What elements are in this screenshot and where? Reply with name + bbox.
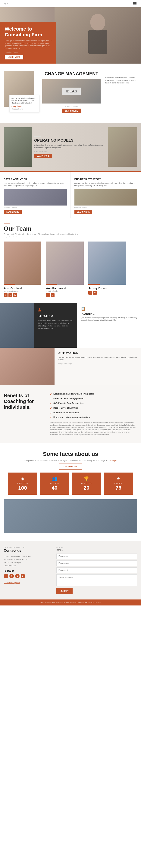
fact-label-clients: CLIENTS <box>43 482 66 484</box>
follow-youtube-icon[interactable]: ▶ <box>21 574 25 578</box>
change-right-col: Sample text. Click to select the text bo… <box>105 71 137 84</box>
link-us-label: LINK US <box>56 546 137 548</box>
planning-title: PLANNING <box>81 312 137 315</box>
fact-card-projects: ◈ PROJECTS 100 <box>8 472 37 495</box>
operating-cta-button[interactable]: LEARN MORE <box>34 154 52 158</box>
automation-text: Sed blandit libero volutpat sed cras orn… <box>58 356 137 361</box>
benefit-item-0: ✓ Establish and act toward achieving goa… <box>50 393 137 396</box>
fact-label-projects: PROJECTS <box>11 482 34 484</box>
benefit-item-2: ✓ Safe Place to Gain Perspective <box>50 402 137 405</box>
benefit-text-4: Build Personal Awareness <box>53 411 79 414</box>
change-quote-role: Creative leader <box>11 108 23 110</box>
facts-stats-grid: ◈ PROJECTS 100 👥 CLIENTS 40 🏆 OUR TEAM 2… <box>4 472 137 495</box>
form-phone-input[interactable] <box>56 560 137 566</box>
business-strategy-image <box>74 189 137 206</box>
ann-social: f t <box>46 293 86 297</box>
change-left-col: Sample text. Click to select the text bo… <box>4 71 38 107</box>
operating-section: OPERATING MODELS Quis nos iure dolor in … <box>0 123 141 172</box>
ideas-label: IDEAS <box>62 88 80 95</box>
benefits-section: Benefits of Coaching for Individuals. ✓ … <box>0 385 141 443</box>
change-center-col: CHANGE MANAGEMENT IDEAS Images by Freepi… <box>41 71 102 113</box>
business-strategy-credit: Image from Freepik <box>74 207 137 208</box>
fact-card-awards: ★ AWARDS 76 <box>104 472 133 495</box>
benefit-item-5: ✓ Boost your networking opportunities. <box>50 416 137 419</box>
automation-img-credit: Images from Freepik <box>58 363 137 365</box>
ann-name: Ann Richmond <box>46 286 86 290</box>
jeffrey-name: Jeffrey Brown <box>88 286 128 290</box>
benefit-check-0: ✓ <box>50 393 52 396</box>
planning-icon: 📋 <box>81 306 137 311</box>
change-cta-button[interactable]: LEARN MORE <box>62 108 81 113</box>
contact-section: JOIN OUR NEWSLETTER Contact us 1246 SE 5… <box>0 540 141 599</box>
contact-phone: 1-800-000-0000 <box>4 565 51 567</box>
data-analytics-col: DATA & ANALYTICS Quis nos iure dolor in … <box>0 172 71 218</box>
privacy-policy-link[interactable]: ©2021 Privacy policy <box>4 582 20 584</box>
benefit-check-4: ✓ <box>50 411 52 414</box>
strategy-left-image <box>0 303 34 348</box>
form-message-input[interactable] <box>56 575 137 586</box>
benefit-text-2: Safe Place to Gain Perspective <box>53 402 84 404</box>
operating-left-image <box>4 127 32 167</box>
alex-social: f t in <box>4 293 43 297</box>
data-business-section: DATA & ANALYTICS Quis nos iure dolor in … <box>0 172 141 218</box>
team-section: Our Team Sample text. Click to select th… <box>0 218 141 303</box>
fact-label-awards: AWARDS <box>107 482 130 484</box>
hero-title: Welcome to Consulting Firm <box>5 26 52 38</box>
operating-title: OPERATING MODELS <box>34 138 106 143</box>
follow-instagram-icon[interactable]: ▣ <box>15 574 20 578</box>
change-quote-name: - Meg Smith <box>11 105 22 107</box>
data-analytics-title: DATA & ANALYTICS <box>4 176 27 181</box>
team-divider <box>4 223 10 224</box>
facts-img-credit: Freepik <box>110 460 117 462</box>
benefits-desc: Sed blandit libero volutpat sed cras orn… <box>50 422 137 436</box>
change-right-text: Sample text. Click to select the text bo… <box>105 77 137 84</box>
business-strategy-title: BUSINESS STRATEGY <box>74 176 101 181</box>
follow-icons-row: f t ▣ ▶ <box>4 574 51 578</box>
follow-twitter-icon[interactable]: t <box>9 574 14 578</box>
facts-section: Some facts about us Sample text. Click t… <box>0 443 141 540</box>
benefit-text-0: Establish and act toward achieving goals <box>53 393 94 395</box>
follow-facebook-icon[interactable]: f <box>4 574 8 578</box>
benefits-left: Benefits of Coaching for Individuals. <box>4 393 45 436</box>
contact-left-col: JOIN OUR NEWSLETTER Contact us 1246 SE 5… <box>4 546 56 594</box>
automation-title: AUTOMATION <box>58 351 137 355</box>
automation-content: AUTOMATION Sed blandit libero volutpat s… <box>54 348 141 385</box>
business-strategy-col: BUSINESS STRATEGY Quis nos iure dolor in… <box>71 172 141 218</box>
strategy-icon: ♟ <box>38 307 73 313</box>
facts-team-image <box>4 499 137 533</box>
logo: logo <box>4 2 8 5</box>
ann-twitter-icon[interactable]: t <box>51 293 54 297</box>
jeffrey-instagram-icon[interactable]: in <box>93 291 97 294</box>
team-member-alex: Alex Grinfield programming guru f t in <box>4 242 43 297</box>
facts-cta-button[interactable]: LEARN MORE <box>59 464 82 469</box>
data-analytics-cta[interactable]: LEARN MORE <box>4 210 22 214</box>
benefit-check-5: ✓ <box>50 416 52 419</box>
submit-button[interactable]: SUBMIT <box>56 588 73 594</box>
form-name-input[interactable] <box>56 554 137 559</box>
alex-twitter-icon[interactable]: t <box>8 293 12 297</box>
change-ideas-image: IDEAS <box>42 79 100 103</box>
ann-facebook-icon[interactable]: f <box>46 293 50 297</box>
form-email-input[interactable] <box>56 567 137 573</box>
jeffrey-twitter-icon[interactable]: t <box>88 291 92 294</box>
jeffrey-photo <box>88 242 126 285</box>
contact-address: 1246 SE 5nd Avenue, 123-456-7890 Mon – T… <box>4 555 51 564</box>
team-member-jeffrey: Jeffrey Brown t in <box>88 242 128 297</box>
strategy-text: Sed blandit libero volutpat sed cras orn… <box>38 320 73 330</box>
data-analytics-image <box>4 189 67 206</box>
hero-cta-button[interactable]: LEARN MORE <box>5 55 23 59</box>
benefits-title: Benefits of Coaching for Individuals. <box>4 393 45 410</box>
benefit-text-3: Deeper Level of Learning <box>53 407 78 409</box>
business-strategy-cta[interactable]: LEARN MORE <box>74 210 92 214</box>
change-quote-attribution: - Meg Smith Creative leader <box>11 105 38 110</box>
operating-img-credit: Image from Freepik <box>34 151 106 152</box>
alex-instagram-icon[interactable]: in <box>13 293 17 297</box>
alex-photo <box>4 242 41 285</box>
form-title: Item 1 <box>56 549 137 551</box>
person-illustration <box>79 9 117 62</box>
alex-facebook-icon[interactable]: f <box>4 293 7 297</box>
fact-icon-clients: 👥 <box>43 476 66 481</box>
menu-icon[interactable] <box>132 1 137 6</box>
fact-number-projects: 100 <box>11 485 34 491</box>
data-analytics-credit: Image from Freepik <box>4 207 67 208</box>
